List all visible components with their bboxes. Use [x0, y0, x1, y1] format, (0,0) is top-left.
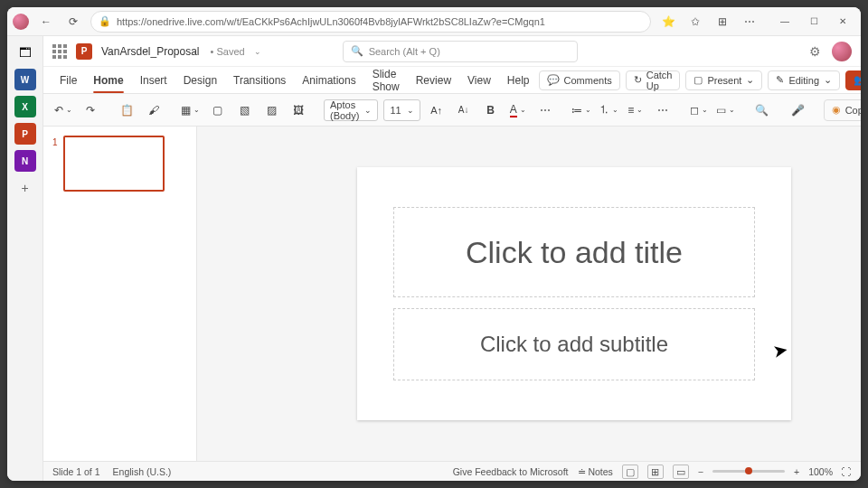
- powerpoint-badge-icon: P: [76, 43, 92, 60]
- zoom-out-button[interactable]: −: [698, 466, 703, 477]
- tab-home[interactable]: Home: [86, 70, 130, 90]
- paragraph-more-button[interactable]: ⋯: [652, 99, 674, 121]
- rail-add-icon[interactable]: +: [14, 177, 36, 199]
- doc-menu-chevron-icon[interactable]: ⌄: [254, 47, 261, 56]
- fit-to-window-button[interactable]: ⛶: [842, 466, 852, 477]
- redo-button[interactable]: ↷: [80, 99, 101, 121]
- decrease-font-button[interactable]: A↓: [453, 99, 475, 121]
- address-bar[interactable]: 🔒 https://onedrive.live.com/w/t/EaCKkPs6…: [90, 11, 651, 33]
- tab-animations[interactable]: Animations: [295, 70, 363, 90]
- font-more-button[interactable]: ⋯: [534, 99, 556, 121]
- slide-counter[interactable]: Slide 1 of 1: [52, 466, 100, 477]
- font-color-button[interactable]: A⌄: [507, 99, 529, 121]
- slide-thumbnail[interactable]: [63, 136, 165, 192]
- font-size-select[interactable]: 11⌄: [383, 99, 420, 121]
- share-button[interactable]: 👥Share⌄: [845, 70, 861, 90]
- app-rail: 🗔 W X P N +: [7, 36, 43, 481]
- collections-icon[interactable]: ⊞: [712, 12, 732, 32]
- workspace: 1 Click to add title Click to add subtit…: [43, 127, 861, 461]
- increase-font-button[interactable]: A↑: [426, 99, 448, 121]
- tab-insert[interactable]: Insert: [133, 70, 175, 90]
- subtitle-placeholder[interactable]: Click to add subtitle: [393, 308, 755, 380]
- search-input[interactable]: 🔍 Search (Alt + Q): [343, 41, 578, 62]
- read-aloud-icon[interactable]: ⭐: [658, 12, 678, 32]
- normal-view-button[interactable]: ▢: [622, 465, 638, 479]
- slide-canvas-area[interactable]: Click to add title Click to add subtitle…: [197, 127, 861, 461]
- sorter-view-button[interactable]: ⊞: [647, 465, 664, 479]
- find-button[interactable]: 🔍: [751, 99, 773, 121]
- zoom-level[interactable]: 100%: [808, 466, 833, 477]
- pencil-icon: ✎: [776, 74, 784, 86]
- paste-button[interactable]: 📋: [116, 99, 137, 121]
- search-icon: 🔍: [351, 45, 363, 57]
- new-slide-button[interactable]: ▦⌄: [179, 99, 201, 121]
- zoom-in-button[interactable]: +: [794, 466, 799, 477]
- thumbnail-number: 1: [52, 137, 58, 147]
- present-button[interactable]: ▢Present⌄: [685, 70, 762, 90]
- chevron-down-icon: ⌄: [824, 74, 832, 86]
- copilot-icon: ◉: [832, 104, 841, 116]
- close-button[interactable]: ✕: [830, 12, 855, 32]
- tab-transitions[interactable]: Transitions: [226, 70, 293, 90]
- comment-icon: 💬: [547, 74, 560, 86]
- browser-menu-icon[interactable]: ⋯: [740, 12, 760, 32]
- title-placeholder[interactable]: Click to add title: [393, 207, 755, 297]
- settings-icon[interactable]: ⚙: [809, 44, 821, 59]
- catchup-button[interactable]: ↻Catch Up: [626, 70, 681, 90]
- maximize-button[interactable]: ☐: [801, 12, 826, 32]
- profile-avatar[interactable]: [13, 14, 29, 30]
- editing-mode-button[interactable]: ✎Editing⌄: [768, 70, 840, 90]
- copilot-button[interactable]: ◉Copilot: [824, 99, 861, 121]
- user-avatar[interactable]: [832, 42, 852, 61]
- app-launcher-icon[interactable]: [52, 44, 67, 59]
- reset-button[interactable]: ▧: [233, 99, 255, 121]
- slide-design-button[interactable]: 🖼: [288, 99, 309, 121]
- ribbon-home: ↶⌄ ↷ 📋 🖌 ▦⌄ ▢ ▧ ▨ 🖼 Aptos (Body)⌄ 11⌄ A↑…: [43, 94, 861, 127]
- language-status[interactable]: English (U.S.): [113, 466, 172, 477]
- shapes-button[interactable]: ◻⌄: [688, 99, 710, 121]
- share-icon: 👥: [854, 74, 861, 86]
- rail-onenote-icon[interactable]: N: [14, 150, 36, 172]
- notes-button[interactable]: ≐ Notes: [578, 466, 613, 477]
- catchup-icon: ↻: [634, 74, 642, 86]
- minimize-button[interactable]: —: [772, 12, 797, 32]
- tab-slideshow[interactable]: Slide Show: [365, 64, 407, 97]
- comments-button[interactable]: 💬Comments: [539, 70, 620, 90]
- refresh-button[interactable]: ⟳: [63, 12, 83, 32]
- bold-button[interactable]: B: [480, 99, 502, 121]
- arrange-button[interactable]: ▭⌄: [715, 99, 737, 121]
- status-bar: Slide 1 of 1 English (U.S.) Give Feedbac…: [43, 461, 861, 481]
- dictate-button[interactable]: 🎤: [788, 99, 809, 121]
- url-text: https://onedrive.live.com/w/t/EaCKkPs6Ac…: [117, 16, 545, 27]
- bullets-button[interactable]: ≔⌄: [571, 99, 592, 121]
- title-bar: P VanArsdel_Proposal • Saved ⌄ 🔍 Search …: [43, 36, 861, 67]
- favorite-icon[interactable]: ✩: [685, 12, 705, 32]
- tab-design[interactable]: Design: [176, 70, 224, 90]
- section-button[interactable]: ▨: [260, 99, 282, 121]
- rail-excel-icon[interactable]: X: [14, 96, 36, 117]
- numbering-button[interactable]: ⒈⌄: [598, 99, 619, 121]
- back-button[interactable]: ←: [36, 12, 56, 32]
- chevron-down-icon: ⌄: [364, 106, 372, 115]
- tab-file[interactable]: File: [52, 70, 84, 90]
- zoom-slider[interactable]: [712, 470, 785, 473]
- document-name[interactable]: VanArsdel_Proposal: [101, 45, 200, 58]
- slide: Click to add title Click to add subtitle: [357, 167, 791, 420]
- layout-button[interactable]: ▢: [206, 99, 228, 121]
- format-painter-button[interactable]: 🖌: [143, 99, 165, 121]
- rail-word-icon[interactable]: W: [14, 69, 36, 90]
- feedback-link[interactable]: Give Feedback to Microsoft: [453, 466, 569, 477]
- ribbon-tabs: File Home Insert Design Transitions Anim…: [43, 67, 861, 94]
- thumbnail-pane[interactable]: 1: [43, 127, 197, 461]
- tab-review[interactable]: Review: [409, 70, 458, 90]
- browser-chrome: ← ⟳ 🔒 https://onedrive.live.com/w/t/EaCK…: [7, 7, 861, 36]
- reading-view-button[interactable]: ▭: [673, 465, 689, 479]
- lock-icon: 🔒: [99, 15, 111, 27]
- font-family-select[interactable]: Aptos (Body)⌄: [324, 99, 378, 121]
- rail-powerpoint-icon[interactable]: P: [14, 123, 36, 145]
- undo-button[interactable]: ↶⌄: [52, 99, 74, 121]
- align-button[interactable]: ≡⌄: [625, 99, 646, 121]
- rail-home-icon[interactable]: 🗔: [14, 42, 36, 63]
- tab-view[interactable]: View: [460, 70, 498, 90]
- tab-help[interactable]: Help: [500, 70, 537, 90]
